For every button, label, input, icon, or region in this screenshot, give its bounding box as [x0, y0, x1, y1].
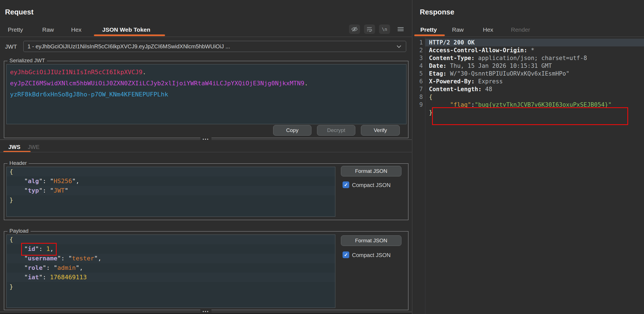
code-line: Etag: W/"30-QsnntBPIUIuORVxKQv6xIEsmHPo"	[425, 70, 644, 78]
response-editor[interactable]: 1 2 3 4 5 6 7 8 9 HTTP/2 200 OK Access-C…	[414, 37, 644, 314]
line-number: 6	[414, 78, 425, 85]
serialized-jwt-editor[interactable]: eyJhbGciOiJIUzI1NiIsInR5cCI6IkpXVCJ9. ey…	[6, 64, 406, 124]
payload-format-json-button[interactable]: Format JSON	[341, 235, 401, 246]
code-line: "flag":"bug{yztvTknJCVB7v6K30I63oxuPxSEJ…	[425, 101, 644, 109]
jwt-token-combobox-value: 1 - eyJhbGciOiJIUzI1NiIsInR5cCI6IkpXVCJ9…	[24, 43, 396, 50]
line-number-gutter: 1 2 3 4 5 6 7 8 9	[414, 37, 425, 314]
request-tab-pretty[interactable]: Pretty	[8, 26, 23, 34]
payload-compact-json-checkbox[interactable]: ✓	[343, 251, 349, 258]
code-line: {	[7, 167, 335, 176]
jwt-payload-group-label: Payload	[8, 228, 31, 234]
line-number: 1	[414, 39, 425, 46]
tab-jws[interactable]: JWS	[8, 143, 20, 151]
code-line: "typ": "JWT"	[7, 186, 335, 195]
code-line: Access-Control-Allow-Origin: *	[425, 46, 644, 54]
line-number: 8	[414, 93, 425, 101]
newline-icon: \n	[382, 27, 387, 32]
response-panel: Response Pretty Raw Hex Render 1 2 3 4 5…	[414, 0, 644, 314]
jwt-payload-segment: eyJpZCI6MSwidXNlcm5hbWUiOiJ0ZXN0ZXIiLCJy…	[7, 78, 406, 89]
horizontal-splitter-bottom[interactable]: •••	[0, 312, 412, 312]
check-icon: ✓	[344, 253, 348, 257]
code-line: Date: Thu, 15 Jan 2026 10:15:31 GMT	[425, 62, 644, 70]
code-line: "id": 1,	[7, 244, 335, 254]
response-tab-raw[interactable]: Raw	[452, 26, 464, 34]
serialized-jwt-group-label: Serialized JWT	[8, 58, 47, 64]
header-compact-json-checkbox[interactable]: ✓	[343, 181, 349, 188]
jwt-payload-editor[interactable]: { "id": 1, "username": "tester", "role":…	[6, 235, 335, 308]
check-icon: ✓	[344, 183, 348, 187]
hide-nonprintable-button[interactable]	[349, 24, 360, 34]
splitter-grip-icon: •••	[200, 137, 211, 141]
tab-jwe: JWE	[28, 143, 39, 151]
response-tab-pretty[interactable]: Pretty	[420, 26, 437, 34]
code-line: "iat": 1768469113	[7, 273, 335, 282]
header-compact-json-label: Compact JSON	[352, 181, 391, 188]
request-tab-json-web-token[interactable]: JSON Web Token	[102, 26, 150, 34]
line-number: 5	[414, 70, 425, 78]
request-panel: Request Pretty Raw Hex JSON Web Token	[0, 0, 412, 314]
app-root: Request Pretty Raw Hex JSON Web Token	[0, 0, 644, 314]
request-title: Request	[5, 8, 34, 16]
code-line: "alg": "HS256",	[7, 176, 335, 186]
code-line: }	[425, 109, 644, 116]
editor-menu-button[interactable]	[395, 24, 406, 34]
response-tab-hex[interactable]: Hex	[483, 26, 493, 34]
payload-compact-json-label: Compact JSON	[352, 251, 391, 258]
jwt-header-segment: eyJhbGciOiJIUzI1NiIsInR5cCI6IkpXVCJ9.	[7, 67, 406, 78]
copy-button[interactable]: Copy	[273, 125, 311, 136]
jwt-token-combobox[interactable]: 1 - eyJhbGciOiJIUzI1NiIsInR5cCI6IkpXVCJ9…	[23, 41, 406, 52]
jwt-header-group: Header { "alg": "HS256", "typ": "JWT" } …	[4, 163, 408, 220]
code-line: Content-Length: 48	[425, 85, 644, 93]
code-line: X-Powered-By: Express	[425, 78, 644, 85]
line-number: 9	[414, 101, 425, 109]
serialized-jwt-group: Serialized JWT eyJhbGciOiJIUzI1NiIsInR5c…	[4, 61, 408, 138]
code-line: Content-Type: application/json; charset=…	[425, 54, 644, 62]
response-tab-render: Render	[511, 26, 530, 34]
request-tab-hex[interactable]: Hex	[71, 26, 81, 34]
panel-divider[interactable]	[412, 0, 412, 314]
verify-button[interactable]: Verify	[361, 125, 400, 136]
wrap-lines-icon	[366, 26, 373, 32]
code-line: }	[7, 195, 335, 205]
request-tabstrip-divider	[0, 37, 412, 37]
code-line: "username": "tester",	[7, 254, 335, 263]
jwt-signature-segment: yzRF8kBdr6xHnSo8gJ8ho-p7OW_KNm4KFENEPUFP…	[7, 89, 406, 100]
jwt-header-editor[interactable]: { "alg": "HS256", "typ": "JWT" }	[6, 167, 335, 217]
horizontal-splitter-top[interactable]: •••	[0, 139, 412, 140]
jwt-payload-group: Payload { "id": 1, "username": "tester",…	[4, 231, 408, 310]
code-line: }	[7, 282, 335, 291]
response-title: Response	[420, 8, 454, 16]
jws-tabstrip-divider	[0, 152, 412, 152]
code-line: {	[7, 235, 335, 244]
code-line: HTTP/2 200 OK	[425, 39, 644, 46]
line-number: 3	[414, 54, 425, 62]
decrypt-button: Decrypt	[317, 125, 355, 136]
line-number: 2	[414, 46, 425, 54]
line-number: 7	[414, 85, 425, 93]
eye-off-icon	[351, 26, 358, 32]
response-code: HTTP/2 200 OK Access-Control-Allow-Origi…	[425, 37, 644, 314]
code-line: "role": "admin",	[7, 263, 335, 273]
menu-icon	[397, 26, 404, 32]
response-active-tab-underline	[414, 34, 445, 36]
request-tab-raw[interactable]: Raw	[42, 26, 54, 34]
chevron-down-icon	[396, 45, 401, 48]
jwt-selector-label: JWT	[5, 43, 17, 50]
wrap-lines-button[interactable]	[364, 24, 375, 34]
jwt-header-group-label: Header	[8, 160, 29, 166]
bottom-strip	[0, 313, 412, 314]
editor-padding	[7, 64, 406, 67]
request-active-tab-underline	[94, 34, 165, 36]
header-format-json-button[interactable]: Format JSON	[341, 166, 401, 176]
code-line: {	[425, 93, 644, 101]
show-newlines-button[interactable]: \n	[379, 24, 390, 34]
line-number: 4	[414, 62, 425, 70]
